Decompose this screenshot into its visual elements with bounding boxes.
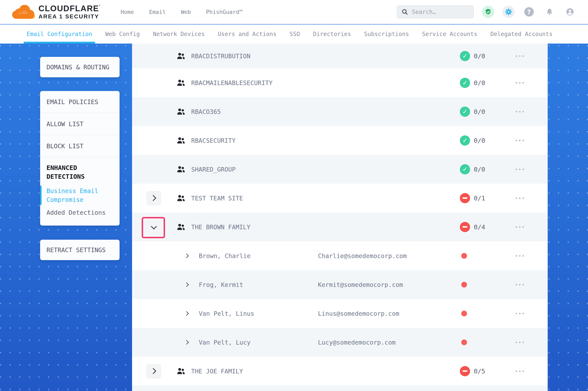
member-status-dot (461, 311, 467, 316)
member-row: Brown, CharlieCharlie@somedemocorp.com••… (132, 241, 548, 270)
sidebar-card-email-policies: EMAIL POLICIES ALLOW LIST BLOCK LIST ENH… (40, 91, 120, 226)
member-name: Van Pelt, Linus (199, 310, 254, 317)
top-nav-web[interactable]: Web (181, 9, 191, 15)
check-icon: ✓ (462, 108, 467, 115)
more-actions-button[interactable]: ••• (515, 166, 526, 173)
group-name: RBACMAILENABLESECURITY (191, 79, 273, 86)
group-icon (176, 223, 186, 231)
search-box[interactable] (397, 5, 474, 18)
sidebar-card-retract-settings[interactable]: RETRACT SETTINGS (40, 240, 120, 260)
more-actions-button[interactable]: ••• (515, 281, 526, 288)
groups-table: RBACDISTRUBUTION✓0/0•••RBACMAILENABLESEC… (132, 44, 548, 391)
member-status-dot (461, 253, 467, 259)
notifications-bell-icon[interactable] (543, 6, 556, 18)
member-row: Van Pelt, LucyLucy@somedemocorp.com••• (132, 328, 548, 357)
member-chevron-right-icon[interactable] (184, 340, 189, 345)
group-row: THE BROWN FAMILY0/4••• (132, 212, 548, 241)
header-right-cluster: ? (397, 5, 576, 18)
tab-email-configuration[interactable]: Email Configuration (27, 24, 92, 44)
more-actions-button[interactable]: ••• (515, 253, 526, 259)
tab-service-accounts[interactable]: Service Accounts (422, 24, 477, 44)
member-status-dot (461, 282, 467, 288)
group-name: TEST TEAM SITE (191, 195, 243, 202)
tab-network-devices[interactable]: Network Devices (153, 24, 205, 44)
group-name: SHARED_GROUP (191, 166, 236, 173)
check-icon: ✓ (462, 166, 467, 173)
member-chevron-right-icon[interactable] (184, 253, 189, 258)
sidebar-item-added-detections[interactable]: Added Detections (46, 209, 116, 216)
status-blocked-icon (460, 222, 470, 232)
group-name: THE JOE FAMILY (191, 368, 243, 375)
tab-directories[interactable]: Directories (313, 24, 351, 44)
collapse-group-button[interactable] (147, 220, 161, 234)
allowed-count: 0/0 (474, 166, 485, 173)
expand-group-button[interactable] (147, 191, 161, 205)
member-row: Van Pelt, LinusLinus@somedemocorp.com••• (132, 299, 548, 328)
group-row: RBACO365✓0/0••• (132, 97, 548, 126)
tab-users-and-actions[interactable]: Users and Actions (218, 24, 277, 44)
group-name: RBACO365 (191, 108, 221, 115)
more-actions-button[interactable]: ••• (515, 137, 526, 144)
security-shield-icon[interactable] (482, 6, 494, 18)
tab-sso[interactable]: SSO (290, 24, 300, 44)
member-row: Frog, KermitKermit@somedemocorp.com••• (132, 270, 548, 299)
more-actions-button[interactable]: ••• (515, 224, 526, 230)
group-row: RBACSECURITY✓0/0••• (132, 126, 548, 155)
member-chevron-right-icon[interactable] (184, 282, 189, 287)
allowed-count: 0/5 (474, 368, 485, 375)
group-icon (176, 107, 186, 116)
cloudflare-logo[interactable]: CLOUDFLARE’ AREA 1 SECURITY (12, 4, 101, 19)
allowed-count: 0/0 (474, 79, 485, 87)
minus-icon (462, 226, 467, 228)
top-nav-email[interactable]: Email (149, 9, 166, 15)
sidebar-card-domains-routing[interactable]: DOMAINS & ROUTING (40, 57, 120, 77)
more-actions-button[interactable]: ••• (515, 195, 526, 201)
brand-text: CLOUDFLARE’ AREA 1 SECURITY (38, 4, 101, 19)
search-icon (401, 8, 408, 15)
brand-trademark: ’ (99, 4, 101, 8)
brand-subtitle: AREA 1 SECURITY (38, 13, 101, 19)
sidebar-item-allow-list[interactable]: ALLOW LIST (40, 113, 120, 135)
sidebar-item-block-list[interactable]: BLOCK LIST (40, 135, 120, 157)
sidebar-item-business-email-compromise[interactable]: Business Email Compromise (46, 187, 116, 204)
member-chevron-right-icon[interactable] (184, 311, 189, 316)
more-actions-button[interactable]: ••• (515, 53, 526, 59)
group-icon (176, 52, 186, 60)
group-name: RBACSECURITY (191, 137, 236, 144)
question-mark-glyph: ? (524, 7, 534, 16)
sidebar-section-enhanced-detections: ENHANCED DETECTIONS Business Email Compr… (40, 157, 120, 216)
tab-subscriptions[interactable]: Subscriptions (364, 24, 409, 44)
top-nav-phishguard[interactable]: PhishGuard™ (206, 9, 243, 15)
account-icon[interactable] (564, 6, 576, 18)
settings-gear-icon[interactable] (502, 6, 515, 18)
top-nav-home[interactable]: Home (121, 9, 134, 15)
tab-delegated-accounts[interactable]: Delegated Accounts (490, 24, 552, 44)
more-actions-button[interactable]: ••• (515, 368, 526, 375)
member-name: Brown, Charlie (199, 252, 251, 259)
top-nav: HomeEmailWebPhishGuard™ (121, 9, 243, 15)
help-icon[interactable]: ? (523, 6, 535, 18)
member-name: Frog, Kermit (199, 281, 243, 288)
more-actions-button[interactable]: ••• (515, 80, 526, 86)
check-icon: ✓ (462, 79, 467, 86)
group-icon (176, 136, 186, 145)
group-name: THE BROWN FAMILY (191, 223, 250, 230)
partial-next-row (132, 386, 548, 391)
chevron-right-icon (150, 195, 156, 201)
status-blocked-icon (460, 366, 470, 376)
allowed-count: 0/0 (474, 137, 485, 144)
allowed-count: 0/0 (474, 108, 485, 115)
tab-web-config[interactable]: Web Config (105, 24, 140, 44)
group-icon (176, 79, 186, 87)
more-actions-button[interactable]: ••• (515, 310, 526, 317)
more-actions-button[interactable]: ••• (515, 108, 526, 115)
more-actions-button[interactable]: ••• (515, 339, 526, 346)
config-tab-bar: Email ConfigurationWeb ConfigNetwork Dev… (0, 24, 588, 44)
member-email: Lucy@somedemocorp.com (318, 339, 396, 346)
search-input[interactable] (412, 8, 469, 15)
sidebar-item-email-policies[interactable]: EMAIL POLICIES (40, 91, 120, 113)
expand-group-button[interactable] (147, 364, 161, 379)
minus-icon (462, 197, 467, 199)
group-row: THE JOE FAMILY0/5••• (132, 357, 548, 386)
group-icon (176, 367, 186, 376)
